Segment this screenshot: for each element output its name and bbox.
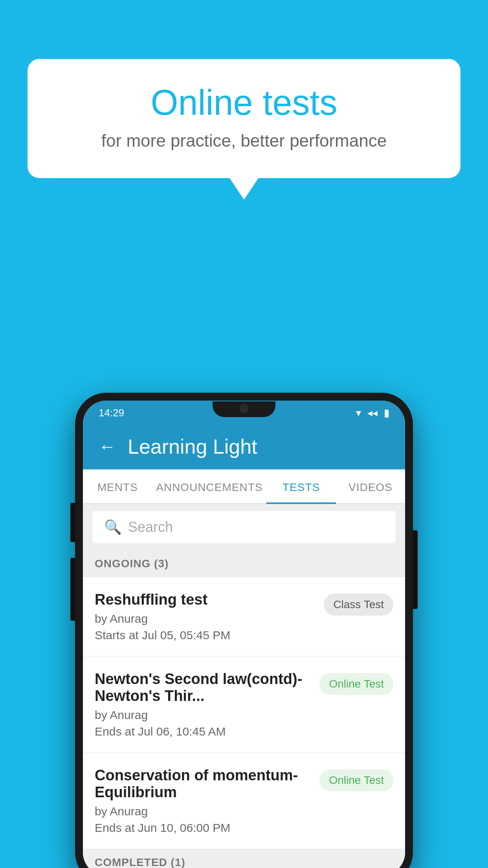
ongoing-title: ONGOING (3): [95, 557, 169, 570]
status-time: 14:29: [99, 407, 124, 419]
test-author-3: by Anurag: [95, 805, 312, 818]
completed-title: COMPLETED (1): [95, 856, 185, 868]
test-author-2: by Anurag: [95, 708, 312, 722]
test-content-2: Newton's Second law(contd)-Newton's Thir…: [95, 671, 319, 738]
search-bar[interactable]: 🔍 Search: [92, 511, 396, 543]
search-icon: 🔍: [104, 519, 122, 535]
phone-camera: [239, 404, 249, 413]
tab-videos[interactable]: VIDEOS: [336, 469, 405, 503]
search-input[interactable]: Search: [128, 519, 173, 535]
test-list: Reshuffling test by Anurag Starts at Jul…: [83, 577, 405, 849]
test-badge-1: Class Test: [324, 594, 393, 616]
bubble-title: Online tests: [59, 83, 429, 123]
speech-bubble: Online tests for more practice, better p…: [28, 59, 460, 178]
wifi-icon: ▾: [356, 407, 361, 419]
back-button[interactable]: ←: [99, 437, 116, 456]
phone-side-button-left: [70, 503, 75, 542]
test-item-conservation[interactable]: Conservation of momentum-Equilibrium by …: [83, 753, 405, 849]
tab-bar: MENTS ANNOUNCEMENTS TESTS VIDEOS: [83, 469, 405, 504]
signal-icon: ◂◂: [367, 407, 378, 419]
test-item-newtons[interactable]: Newton's Second law(contd)-Newton's Thir…: [83, 657, 405, 753]
tab-tests[interactable]: TESTS: [266, 469, 336, 503]
test-date-2: Ends at Jul 06, 10:45 AM: [95, 725, 312, 738]
status-icons: ▾ ◂◂ ▮: [356, 407, 389, 419]
phone-mockup: 14:29 ▾ ◂◂ ▮ ← Learning Light MENTS ANNO…: [75, 393, 413, 868]
test-content-3: Conservation of momentum-Equilibrium by …: [95, 767, 319, 835]
test-date-3: Ends at Jun 10, 06:00 PM: [95, 821, 312, 835]
test-author-1: by Anurag: [95, 612, 316, 625]
tab-announcements[interactable]: ANNOUNCEMENTS: [152, 469, 266, 503]
phone-screen: 14:29 ▾ ◂◂ ▮ ← Learning Light MENTS ANNO…: [83, 401, 405, 868]
test-date-1: Starts at Jul 05, 05:45 PM: [95, 629, 316, 642]
app-bar: ← Learning Light: [83, 424, 405, 469]
test-badge-2: Online Test: [319, 673, 393, 695]
test-content-1: Reshuffling test by Anurag Starts at Jul…: [95, 591, 324, 642]
app-bar-title: Learning Light: [128, 435, 257, 458]
phone-side-button-right: [413, 530, 418, 609]
completed-section-header: COMPLETED (1): [83, 849, 405, 868]
phone-side-button-left2: [70, 558, 75, 621]
test-item-reshuffling[interactable]: Reshuffling test by Anurag Starts at Jul…: [83, 577, 405, 657]
bubble-subtitle: for more practice, better performance: [59, 131, 429, 151]
test-name-1: Reshuffling test: [95, 591, 316, 608]
tab-ments[interactable]: MENTS: [83, 469, 152, 503]
ongoing-section-header: ONGOING (3): [83, 550, 405, 577]
test-name-3: Conservation of momentum-Equilibrium: [95, 767, 312, 801]
search-container: 🔍 Search: [83, 504, 405, 550]
test-name-2: Newton's Second law(contd)-Newton's Thir…: [95, 671, 312, 704]
battery-icon: ▮: [384, 407, 389, 419]
test-badge-3: Online Test: [319, 769, 393, 791]
